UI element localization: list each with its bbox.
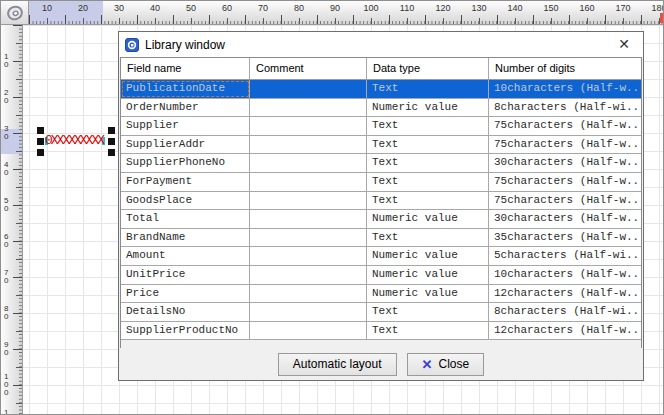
- cell-field-name[interactable]: PublicationDate: [121, 80, 250, 98]
- column-header[interactable]: Data type: [367, 58, 489, 79]
- table-filler: [121, 340, 641, 348]
- cell-digits[interactable]: 30characters (Half-w...: [489, 154, 641, 172]
- ruler-label: 10: [42, 3, 52, 13]
- table-body: PublicationDateText10characters (Half-w.…: [121, 80, 641, 340]
- ruler-label: 4 0: [4, 161, 8, 177]
- table-header: Field nameCommentData typeNumber of digi…: [121, 58, 641, 80]
- table-row[interactable]: OrderNumberNumeric value8characters (Hal…: [121, 99, 641, 118]
- cell-field-name[interactable]: OrderNumber: [121, 99, 250, 117]
- cell-data-type[interactable]: Numeric value: [367, 285, 489, 303]
- cell-comment[interactable]: [250, 266, 367, 284]
- ruler-label: 80: [294, 3, 304, 13]
- cell-field-name[interactable]: Total: [121, 210, 250, 228]
- table-row[interactable]: UnitPriceNumeric value10characters (Half…: [121, 266, 641, 285]
- selected-text-object[interactable]: 0XXXXXXXXX: [37, 127, 115, 157]
- cell-data-type[interactable]: Text: [367, 173, 489, 191]
- cell-field-name[interactable]: UnitPrice: [121, 266, 250, 284]
- protractor-icon: [5, 4, 25, 22]
- selection-handle[interactable]: [108, 127, 115, 134]
- cell-digits[interactable]: 75characters (Half-w...: [489, 136, 641, 154]
- table-row[interactable]: SupplierText75characters (Half-w...: [121, 117, 641, 136]
- cell-comment[interactable]: [250, 192, 367, 210]
- cell-digits[interactable]: 75characters (Half-w...: [489, 192, 641, 210]
- cell-comment[interactable]: [250, 210, 367, 228]
- dialog-titlebar[interactable]: Library window ✕: [119, 32, 643, 57]
- cell-comment[interactable]: [250, 229, 367, 247]
- ruler-label: 140: [507, 3, 522, 13]
- table-row[interactable]: ForPaymentText75characters (Half-w...: [121, 173, 641, 192]
- table-row[interactable]: SupplierProductNoText12characters (Half-…: [121, 322, 641, 341]
- cell-comment[interactable]: [250, 99, 367, 117]
- cell-data-type[interactable]: Text: [367, 229, 489, 247]
- cell-data-type[interactable]: Text: [367, 303, 489, 321]
- cell-data-type[interactable]: Numeric value: [367, 266, 489, 284]
- cell-comment[interactable]: [250, 322, 367, 340]
- cell-comment[interactable]: [250, 80, 367, 98]
- close-button[interactable]: ✕ Close: [407, 353, 485, 376]
- cell-digits[interactable]: 30characters (Half-w...: [489, 210, 641, 228]
- selection-handle[interactable]: [37, 138, 44, 145]
- cell-data-type[interactable]: Text: [367, 154, 489, 172]
- cell-data-type[interactable]: Text: [367, 136, 489, 154]
- table-row[interactable]: BrandNameText35characters (Half-w...: [121, 229, 641, 248]
- ruler-label: 40: [150, 3, 160, 13]
- cell-digits[interactable]: 8characters (Half-wi...: [489, 303, 641, 321]
- ruler-label: 170: [615, 3, 630, 13]
- table-row[interactable]: PublicationDateText10characters (Half-w.…: [121, 80, 641, 99]
- cell-field-name[interactable]: SupplierProductNo: [121, 322, 250, 340]
- cell-digits[interactable]: 12characters (Half-w...: [489, 285, 641, 303]
- close-icon: ✕: [618, 36, 630, 52]
- selection-handle[interactable]: [108, 138, 115, 145]
- table-row[interactable]: AmountNumeric value5characters (Half-wi.…: [121, 247, 641, 266]
- cell-field-name[interactable]: Supplier: [121, 117, 250, 135]
- cell-digits[interactable]: 5characters (Half-wi...: [489, 247, 641, 265]
- cell-digits[interactable]: 10characters (Half-w...: [489, 80, 641, 98]
- ruler-selection-highlight-horizontal: [29, 1, 103, 25]
- cell-digits[interactable]: 75characters (Half-w...: [489, 173, 641, 191]
- cell-digits[interactable]: 35characters (Half-w...: [489, 229, 641, 247]
- cell-field-name[interactable]: DetailsNo: [121, 303, 250, 321]
- cell-field-name[interactable]: BrandName: [121, 229, 250, 247]
- table-row[interactable]: TotalNumeric value30characters (Half-w..…: [121, 210, 641, 229]
- cell-field-name[interactable]: GoodsPlace: [121, 192, 250, 210]
- fields-table[interactable]: Field nameCommentData typeNumber of digi…: [120, 57, 642, 349]
- cell-data-type[interactable]: Numeric value: [367, 247, 489, 265]
- cell-digits[interactable]: 8characters (Half-wi...: [489, 99, 641, 117]
- column-header[interactable]: Comment: [250, 58, 367, 79]
- column-header[interactable]: Field name: [121, 58, 250, 79]
- cell-field-name[interactable]: SupplierAddr: [121, 136, 250, 154]
- table-row[interactable]: SupplierAddrText75characters (Half-w...: [121, 136, 641, 155]
- cell-digits[interactable]: 10characters (Half-w...: [489, 266, 641, 284]
- cell-data-type[interactable]: Text: [367, 117, 489, 135]
- cell-field-name[interactable]: Amount: [121, 247, 250, 265]
- table-row[interactable]: DetailsNoText8characters (Half-wi...: [121, 303, 641, 322]
- ruler-corner-button[interactable]: [1, 1, 29, 25]
- selection-handle[interactable]: [37, 149, 44, 156]
- cell-comment[interactable]: [250, 136, 367, 154]
- cell-digits[interactable]: 12characters (Half-w...: [489, 322, 641, 340]
- cell-field-name[interactable]: Price: [121, 285, 250, 303]
- cell-comment[interactable]: [250, 285, 367, 303]
- cell-digits[interactable]: 75characters (Half-w...: [489, 117, 641, 135]
- cell-data-type[interactable]: Text: [367, 192, 489, 210]
- column-header[interactable]: Number of digits: [489, 58, 641, 79]
- cell-data-type[interactable]: Numeric value: [367, 99, 489, 117]
- automatic-layout-button[interactable]: Automatic layout: [278, 353, 397, 376]
- selection-handle[interactable]: [108, 149, 115, 156]
- table-row[interactable]: PriceNumeric value12characters (Half-w..…: [121, 285, 641, 304]
- cell-comment[interactable]: [250, 154, 367, 172]
- cell-comment[interactable]: [250, 117, 367, 135]
- ruler-label: 50: [186, 3, 196, 13]
- cell-data-type[interactable]: Numeric value: [367, 210, 489, 228]
- cell-comment[interactable]: [250, 173, 367, 191]
- cell-data-type[interactable]: Text: [367, 80, 489, 98]
- table-row[interactable]: GoodsPlaceText75characters (Half-w...: [121, 192, 641, 211]
- cell-comment[interactable]: [250, 303, 367, 321]
- cell-field-name[interactable]: SupplierPhoneNo: [121, 154, 250, 172]
- dialog-close-button[interactable]: ✕: [613, 34, 635, 54]
- cell-field-name[interactable]: ForPayment: [121, 173, 250, 191]
- cell-comment[interactable]: [250, 247, 367, 265]
- cell-data-type[interactable]: Text: [367, 322, 489, 340]
- table-row[interactable]: SupplierPhoneNoText30characters (Half-w.…: [121, 154, 641, 173]
- selection-handle[interactable]: [37, 127, 44, 134]
